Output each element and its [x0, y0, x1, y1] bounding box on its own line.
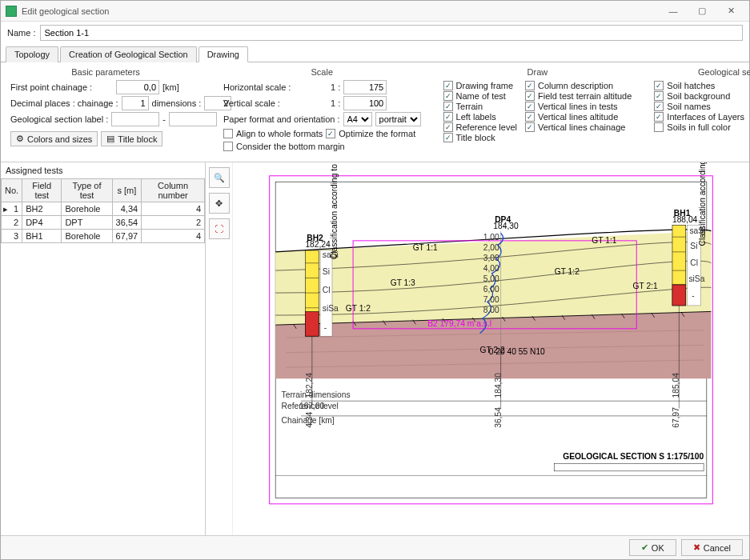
geo-names-check[interactable]: ✓Soil names [654, 102, 744, 111]
maximize-button[interactable]: ▢ [688, 3, 716, 19]
section-label-input-1[interactable] [111, 112, 159, 126]
app-window: Edit geological section — ▢ ✕ Name : Top… [0, 0, 750, 560]
svg-rect-72 [555, 464, 704, 471]
drawing-canvas[interactable]: B2 179,74 m a.s.l GT 1:1 GT 1:1 GT 1:3 G… [233, 162, 749, 535]
zoom-button[interactable]: 🔍 [209, 167, 230, 188]
svg-text:GT 1:1: GT 1:1 [592, 236, 616, 245]
view-toolbox: 🔍 ✥ ⛶ [206, 162, 233, 535]
pan-button[interactable]: ✥ [209, 193, 230, 214]
col-s[interactable]: s [m] [112, 179, 142, 202]
tab-topology[interactable]: Topology [6, 46, 58, 62]
decimals-input[interactable] [122, 96, 149, 110]
group-geo: Geological section ✓Soil hatches ✓Soil b… [649, 66, 750, 155]
svg-text:GT 1:3: GT 1:3 [391, 278, 415, 287]
assigned-title: Assigned tests [1, 162, 205, 178]
draw-reflevel-check[interactable]: ✓Reference level [443, 122, 517, 132]
tab-creation[interactable]: Creation of Geological Section [60, 46, 197, 62]
col-fieldtest[interactable]: Field test [22, 179, 62, 202]
fit-icon: ⛶ [215, 224, 223, 234]
svg-text:Classification according to EN: Classification according to EN ISO 14688… [698, 162, 707, 246]
align-check[interactable]: Align to whole formats [223, 129, 323, 138]
cancel-button[interactable]: ✖Cancel [681, 539, 743, 556]
title-block-button[interactable]: ▤ Title block [101, 131, 162, 146]
horiz-prefix: 1 : [331, 82, 340, 92]
close-button[interactable]: ✕ [717, 3, 744, 19]
svg-text:5,00: 5,00 [483, 274, 499, 283]
svg-text:Cl: Cl [690, 258, 698, 267]
draw-coldesc-check[interactable]: ✓Column description [525, 81, 632, 90]
svg-text:6,00: 6,00 [483, 285, 499, 294]
optimize-check[interactable]: ✓Optimize the format [326, 129, 415, 138]
minimize-button[interactable]: — [660, 3, 687, 19]
svg-text:0  20  40  55   N10: 0 20 40 55 N10 [489, 347, 545, 356]
basic-title: Basic parameters [10, 67, 201, 77]
name-input[interactable] [40, 25, 743, 41]
tab-strip: Topology Creation of Geological Section … [1, 46, 749, 62]
svg-text:Si: Si [690, 242, 697, 250]
tab-drawing[interactable]: Drawing [199, 46, 248, 62]
draw-left-labels-check[interactable]: ✓Left labels [443, 112, 517, 122]
svg-text:Terrain dimensions: Terrain dimensions [282, 390, 351, 399]
titlebar: Edit geological section — ▢ ✕ [1, 1, 749, 22]
draw-vlines-chain-check[interactable]: ✓Vertical lines chainage [525, 122, 632, 132]
colors-sizes-button[interactable]: ⚙ Colors and sizes [10, 131, 98, 146]
table-row[interactable]: 2 DP4 DPT 36,54 2 [2, 216, 205, 230]
bottom-margin-check[interactable]: Consider the bottom margin [223, 142, 345, 151]
table-row[interactable]: ▸1 BH2 Borehole 4,34 4 [2, 202, 205, 216]
fit-button[interactable]: ⛶ [209, 218, 230, 239]
geo-interfaces-check[interactable]: ✓Interfaces of Layers [654, 112, 744, 122]
geo-background-check[interactable]: ✓Soil background [654, 91, 744, 101]
name-label: Name : [7, 28, 35, 38]
svg-rect-46 [672, 285, 686, 306]
svg-text:-: - [692, 291, 694, 300]
svg-text:GEOLOGICAL SECTION S 1:175/100: GEOLOGICAL SECTION S 1:175/100 [563, 452, 704, 461]
svg-text:167,00: 167,00 [299, 402, 325, 410]
table-row[interactable]: 3 BH1 Borehole 67,97 4 [2, 230, 205, 243]
svg-text:188,04: 188,04 [672, 215, 698, 224]
svg-text:GT 1:2: GT 1:2 [346, 304, 371, 313]
draw-vlines-tests-check[interactable]: ✓Vertical lines in tests [525, 102, 632, 111]
section-label-label: Geological section label : [10, 114, 108, 124]
draw-titleblock-check[interactable]: ✓Title block [443, 133, 517, 142]
app-icon [6, 6, 17, 17]
vert-prefix: 1 : [331, 98, 340, 108]
group-scale: Scale Horizontal scale : 1 : Vertical sc… [219, 66, 426, 155]
options-panel: Basic parameters First point chainage : … [1, 62, 749, 162]
draw-vlines-alt-check[interactable]: ✓Vertical lines altitude [525, 112, 632, 122]
svg-text:GT 2:1: GT 2:1 [633, 282, 658, 290]
first-chainage-label: First point chainage : [10, 82, 113, 92]
svg-text:GT 1:2: GT 1:2 [555, 267, 580, 276]
svg-text:4,34: 4,34 [305, 412, 314, 428]
first-chainage-input[interactable] [116, 80, 159, 94]
vert-scale-label: Vertical scale : [223, 98, 327, 108]
ok-button[interactable]: ✔OK [629, 539, 676, 556]
draw-frame-check[interactable]: ✓Drawing frame [443, 81, 517, 90]
cross-icon: ✖ [693, 542, 700, 553]
name-row: Name : [1, 22, 749, 44]
paper-format-select[interactable]: A4 [343, 112, 372, 126]
group-draw: Draw ✓Drawing frame ✓Name of test ✓Terra… [439, 66, 637, 155]
col-no[interactable]: No. [2, 179, 22, 202]
assigned-table: No. Field test Type of test s [m] Column… [1, 178, 205, 243]
geo-fullcolor-check[interactable]: Soils in full color [654, 122, 744, 132]
draw-ft-alt-check[interactable]: ✓Field test terrain altitude [525, 91, 632, 101]
svg-text:182,24: 182,24 [305, 240, 331, 249]
draw-terrain-check[interactable]: ✓Terrain [443, 102, 517, 111]
paper-orient-select[interactable]: portrait [375, 112, 421, 126]
group-basic: Basic parameters First point chainage : … [6, 66, 206, 155]
draw-name-check[interactable]: ✓Name of test [443, 91, 517, 101]
col-type[interactable]: Type of test [62, 179, 112, 202]
horiz-scale-input[interactable] [343, 80, 387, 94]
section-drawing: B2 179,74 m a.s.l GT 1:1 GT 1:1 GT 1:3 G… [233, 162, 749, 535]
svg-text:3,00: 3,00 [483, 254, 499, 262]
col-coln[interactable]: Column number [142, 179, 205, 202]
decimals-label: Decimal places : chainage : [10, 98, 118, 108]
svg-text:185,04: 185,04 [672, 373, 680, 398]
svg-text:1,00: 1,00 [483, 233, 499, 242]
magnifier-icon: 🔍 [214, 173, 225, 183]
vert-scale-input[interactable] [343, 96, 387, 110]
section-label-input-2[interactable] [169, 112, 217, 126]
svg-text:Classification according to EN: Classification according to EN ISO 14688… [330, 162, 339, 259]
geo-hatches-check[interactable]: ✓Soil hatches [654, 81, 744, 90]
assigned-panel: Assigned tests No. Field test Type of te… [1, 162, 206, 535]
